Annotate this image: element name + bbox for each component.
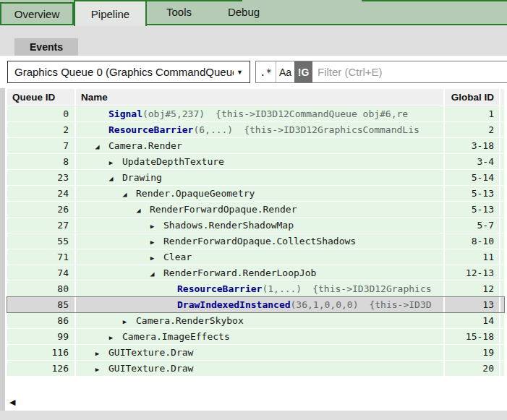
tab-debug[interactable]: Debug <box>211 0 276 24</box>
event-name-cell: ResourceBarrier(6,...){this->ID3D12Graph… <box>76 122 443 137</box>
global-id-value: 5-13 <box>445 202 499 217</box>
scroll-left-icon[interactable]: ◀ <box>9 394 15 410</box>
column-header-global-id[interactable]: Global ID <box>445 89 499 106</box>
event-name-cell: ▶Clear <box>76 249 443 265</box>
match-case-toggle-button[interactable]: Aa <box>276 61 294 82</box>
queue-select-dropdown[interactable]: Graphics Queue 0 (Graphics CommandQueue)… <box>7 61 250 83</box>
api-call-name: ResourceBarrier <box>177 283 262 294</box>
collapsed-arrow-icon[interactable]: ▶ <box>120 314 129 328</box>
table-row[interactable]: 2ResourceBarrier(6,...){this->ID3D12Grap… <box>7 122 504 137</box>
event-name-cell: ▶GUITexture.Draw <box>76 345 443 360</box>
table-row[interactable]: 126▶GUITexture.Draw20 <box>7 361 504 376</box>
table-row[interactable]: 8▶UpdateDepthTexture3-4 <box>7 154 504 169</box>
glob-toggle-button[interactable]: !G <box>294 61 312 82</box>
queue-id-value: 80 <box>7 281 74 296</box>
table-row[interactable]: 85DrawIndexedInstanced(36,1,0,0,0){this-… <box>7 297 504 312</box>
chevron-down-icon: ▼ <box>237 69 243 76</box>
global-id-value: 12-13 <box>445 265 499 280</box>
tab-events[interactable]: Events <box>14 38 78 56</box>
table-header: Queue ID Name Global ID <box>7 89 504 106</box>
collapsed-arrow-icon[interactable]: ▶ <box>148 219 157 233</box>
table-row[interactable]: 74◢RenderForward.RenderLoopJob12-13 <box>7 265 504 280</box>
api-call-args: (1,...) <box>262 283 302 294</box>
row-filler <box>500 313 504 328</box>
queue-id-value: 55 <box>7 233 74 249</box>
row-filler <box>500 170 504 185</box>
api-call-args: (obj#5,237) <box>142 108 205 119</box>
column-header-filler <box>500 89 504 106</box>
api-call-detail: {this->ID3D12CommandQueue obj#6,re <box>216 108 408 119</box>
panel-left-gutter <box>0 88 5 411</box>
main-tab-bar: OverviewPipelineToolsDebug <box>0 0 507 24</box>
queue-id-value: 74 <box>7 265 74 280</box>
event-label: GUITexture.Draw <box>108 363 193 374</box>
regex-toggle-button[interactable]: .* <box>256 61 276 82</box>
api-call-name: DrawIndexedInstanced <box>177 299 291 310</box>
tab-overview[interactable]: Overview <box>0 2 74 24</box>
global-id-value: 2 <box>445 122 499 137</box>
event-name-cell: ▶Camera.ImageEffects <box>76 329 443 344</box>
event-name-cell: ◢Render.OpaqueGeometry <box>76 186 443 201</box>
queue-id-value: 23 <box>7 170 74 185</box>
table-row[interactable]: 71▶Clear11 <box>7 249 504 265</box>
queue-id-value: 71 <box>7 249 74 265</box>
table-row[interactable]: 7◢Camera.Render3-18 <box>7 138 504 153</box>
event-label: RenderForward.RenderLoopJob <box>163 267 316 278</box>
global-id-value: 3-18 <box>445 138 499 153</box>
table-row[interactable]: 0Signal(obj#5,237){this->ID3D12CommandQu… <box>7 106 504 121</box>
filter-input[interactable] <box>312 61 507 82</box>
row-filler <box>500 233 504 249</box>
global-id-value: 1 <box>445 106 499 121</box>
table-row[interactable]: 26◢RenderForwardOpaque.Render5-13 <box>7 202 504 217</box>
tab-tools[interactable]: Tools <box>147 0 211 24</box>
table-row[interactable]: 86▶Camera.RenderSkybox14 <box>7 313 504 328</box>
event-name-cell: ▶RenderForwardOpaque.CollectShadows <box>76 233 443 249</box>
global-id-value: 20 <box>445 361 499 376</box>
events-panel: Graphics Queue 0 (Graphics CommandQueue)… <box>0 56 507 411</box>
column-header-name[interactable]: Name <box>76 89 443 106</box>
tab-bar-accent-line <box>362 0 507 1</box>
table-row[interactable]: 116▶GUITexture.Draw19 <box>7 345 504 360</box>
expanded-arrow-icon[interactable]: ◢ <box>93 139 102 153</box>
collapsed-arrow-icon[interactable]: ▶ <box>106 155 116 169</box>
queue-id-value: 126 <box>7 361 74 376</box>
expanded-arrow-icon[interactable]: ◢ <box>148 266 157 280</box>
table-row[interactable]: 24◢Render.OpaqueGeometry5-13 <box>7 186 504 201</box>
column-header-queue-id[interactable]: Queue ID <box>7 89 74 106</box>
global-id-value: 14 <box>445 313 499 328</box>
collapsed-arrow-icon[interactable]: ▶ <box>148 235 157 249</box>
queue-id-value: 86 <box>7 313 74 328</box>
queue-id-value: 2 <box>7 122 74 137</box>
row-filler <box>500 122 504 137</box>
collapsed-arrow-icon[interactable]: ▶ <box>106 330 116 344</box>
table-row[interactable]: 99▶Camera.ImageEffects15-18 <box>7 329 504 344</box>
table-row[interactable]: 27▶Shadows.RenderShadowMap5-7 <box>7 218 504 233</box>
event-name-cell: ◢Camera.Render <box>76 138 443 153</box>
tab-pipeline[interactable]: Pipeline <box>74 0 147 26</box>
queue-select-value: Graphics Queue 0 (Graphics CommandQueue) <box>14 66 234 78</box>
global-id-value: 5-7 <box>445 218 499 233</box>
expanded-arrow-icon[interactable]: ◢ <box>106 171 116 185</box>
collapsed-arrow-icon[interactable]: ▶ <box>148 251 157 265</box>
api-call-detail: {this->ID3D12GraphicsCommandLis <box>244 124 419 135</box>
horizontal-scrollbar[interactable]: ◀ <box>7 394 504 410</box>
api-call-name: Signal <box>108 108 142 119</box>
row-filler <box>500 297 504 312</box>
expanded-arrow-icon[interactable]: ◢ <box>134 202 143 217</box>
table-row[interactable]: 23◢Drawing5-14 <box>7 170 504 185</box>
event-name-cell: ▶Shadows.RenderShadowMap <box>76 218 443 233</box>
queue-id-value: 8 <box>7 154 74 169</box>
expanded-arrow-icon[interactable]: ◢ <box>120 187 129 201</box>
api-call-args: (6,...) <box>193 124 233 135</box>
row-filler <box>500 281 504 296</box>
event-name-cell: ▶Camera.RenderSkybox <box>76 313 443 328</box>
table-row[interactable]: 80ResourceBarrier(1,...){this->ID3D12Gra… <box>7 281 504 296</box>
global-id-value: 11 <box>445 249 499 265</box>
row-filler <box>500 265 504 280</box>
global-id-value: 15-18 <box>445 329 499 344</box>
global-id-value: 5-13 <box>445 186 499 201</box>
collapsed-arrow-icon[interactable]: ▶ <box>93 362 102 376</box>
table-row[interactable]: 55▶RenderForwardOpaque.CollectShadows8-1… <box>7 233 504 249</box>
event-name-cell: Signal(obj#5,237){this->ID3D12CommandQue… <box>76 106 443 121</box>
collapsed-arrow-icon[interactable]: ▶ <box>93 346 102 360</box>
